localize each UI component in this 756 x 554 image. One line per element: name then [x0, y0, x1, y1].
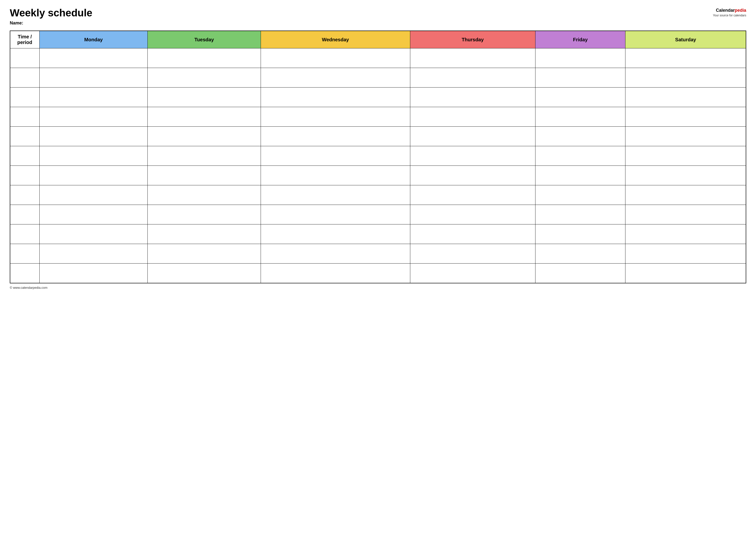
col-header-thursday: Thursday [410, 31, 535, 48]
schedule-cell[interactable] [410, 68, 535, 88]
schedule-cell[interactable] [410, 185, 535, 205]
schedule-cell[interactable] [410, 264, 535, 283]
time-cell[interactable] [10, 244, 39, 264]
schedule-cell[interactable] [39, 146, 148, 166]
schedule-cell[interactable] [410, 48, 535, 68]
schedule-cell[interactable] [410, 166, 535, 185]
time-cell[interactable] [10, 48, 39, 68]
schedule-cell[interactable] [261, 107, 410, 127]
schedule-cell[interactable] [39, 68, 148, 88]
table-row [10, 68, 746, 88]
schedule-cell[interactable] [535, 264, 625, 283]
name-label: Name: [10, 20, 93, 26]
schedule-cell[interactable] [39, 205, 148, 224]
schedule-cell[interactable] [535, 205, 625, 224]
page-title: Weekly schedule [10, 7, 93, 18]
schedule-cell[interactable] [410, 127, 535, 146]
table-row [10, 127, 746, 146]
schedule-cell[interactable] [39, 48, 148, 68]
table-header-row: Time / period Monday Tuesday Wednesday T… [10, 31, 746, 48]
schedule-cell[interactable] [626, 68, 746, 88]
table-row [10, 146, 746, 166]
schedule-cell[interactable] [626, 107, 746, 127]
schedule-cell[interactable] [261, 205, 410, 224]
schedule-cell[interactable] [261, 244, 410, 264]
schedule-cell[interactable] [535, 224, 625, 244]
schedule-cell[interactable] [39, 127, 148, 146]
schedule-cell[interactable] [148, 185, 261, 205]
schedule-cell[interactable] [535, 127, 625, 146]
schedule-cell[interactable] [410, 224, 535, 244]
schedule-cell[interactable] [148, 107, 261, 127]
logo-brand: Calendarpedia [713, 7, 746, 13]
schedule-cell[interactable] [261, 166, 410, 185]
schedule-cell[interactable] [535, 68, 625, 88]
col-header-monday: Monday [39, 31, 148, 48]
schedule-cell[interactable] [535, 166, 625, 185]
schedule-cell[interactable] [261, 146, 410, 166]
schedule-cell[interactable] [148, 264, 261, 283]
schedule-cell[interactable] [535, 244, 625, 264]
schedule-cell[interactable] [535, 146, 625, 166]
schedule-cell[interactable] [410, 244, 535, 264]
schedule-cell[interactable] [626, 224, 746, 244]
schedule-cell[interactable] [410, 205, 535, 224]
schedule-cell[interactable] [626, 264, 746, 283]
schedule-cell[interactable] [148, 146, 261, 166]
schedule-cell[interactable] [626, 166, 746, 185]
schedule-cell[interactable] [626, 185, 746, 205]
schedule-cell[interactable] [626, 127, 746, 146]
schedule-cell[interactable] [535, 107, 625, 127]
weekly-schedule-table: Time / period Monday Tuesday Wednesday T… [10, 31, 746, 283]
table-row [10, 224, 746, 244]
schedule-cell[interactable] [148, 68, 261, 88]
schedule-cell[interactable] [261, 185, 410, 205]
schedule-cell[interactable] [148, 224, 261, 244]
schedule-cell[interactable] [39, 88, 148, 107]
schedule-cell[interactable] [410, 88, 535, 107]
schedule-cell[interactable] [261, 264, 410, 283]
schedule-cell[interactable] [410, 146, 535, 166]
schedule-cell[interactable] [410, 107, 535, 127]
table-row [10, 107, 746, 127]
time-cell[interactable] [10, 127, 39, 146]
schedule-cell[interactable] [261, 68, 410, 88]
schedule-cell[interactable] [148, 205, 261, 224]
schedule-cell[interactable] [261, 88, 410, 107]
time-cell[interactable] [10, 88, 39, 107]
schedule-cell[interactable] [39, 264, 148, 283]
schedule-cell[interactable] [626, 48, 746, 68]
time-cell[interactable] [10, 264, 39, 283]
schedule-cell[interactable] [261, 224, 410, 244]
schedule-cell[interactable] [39, 107, 148, 127]
time-cell[interactable] [10, 205, 39, 224]
schedule-cell[interactable] [535, 185, 625, 205]
schedule-cell[interactable] [261, 127, 410, 146]
schedule-cell[interactable] [148, 244, 261, 264]
schedule-cell[interactable] [39, 244, 148, 264]
schedule-cell[interactable] [535, 88, 625, 107]
time-cell[interactable] [10, 68, 39, 88]
schedule-cell[interactable] [39, 224, 148, 244]
col-header-saturday: Saturday [626, 31, 746, 48]
time-cell[interactable] [10, 146, 39, 166]
schedule-cell[interactable] [626, 146, 746, 166]
schedule-cell[interactable] [261, 48, 410, 68]
time-cell[interactable] [10, 107, 39, 127]
schedule-cell[interactable] [626, 88, 746, 107]
schedule-cell[interactable] [148, 88, 261, 107]
time-cell[interactable] [10, 185, 39, 205]
footer-url: © www.calendarpedia.com [10, 286, 47, 289]
schedule-cell[interactable] [39, 166, 148, 185]
schedule-cell[interactable] [148, 166, 261, 185]
table-body [10, 48, 746, 283]
schedule-cell[interactable] [39, 185, 148, 205]
schedule-cell[interactable] [148, 127, 261, 146]
schedule-cell[interactable] [148, 48, 261, 68]
schedule-cell[interactable] [626, 205, 746, 224]
schedule-cell[interactable] [535, 48, 625, 68]
table-row [10, 166, 746, 185]
schedule-cell[interactable] [626, 244, 746, 264]
time-cell[interactable] [10, 224, 39, 244]
time-cell[interactable] [10, 166, 39, 185]
